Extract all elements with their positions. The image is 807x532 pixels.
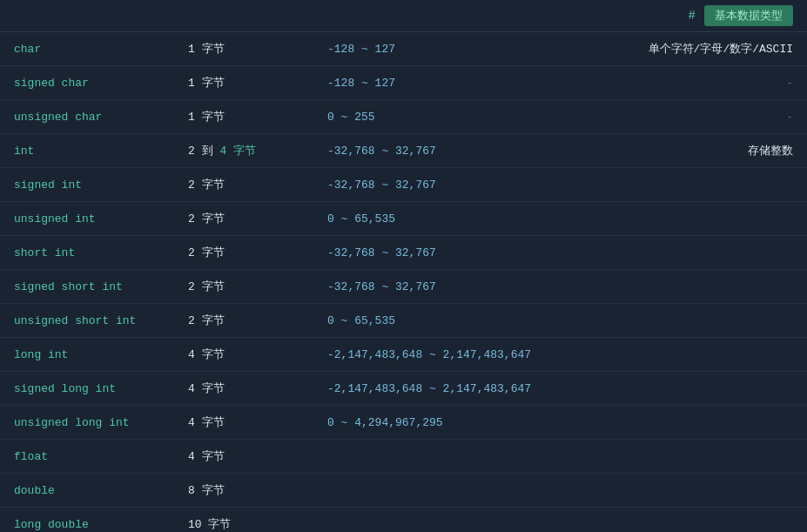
range-cell: -128 ~ 127: [313, 32, 609, 66]
type-cell: unsigned long int: [0, 406, 174, 440]
type-cell: double: [0, 474, 174, 508]
note-cell: 存储整数: [609, 134, 807, 168]
type-cell: signed int: [0, 168, 174, 202]
type-cell: long double: [0, 508, 174, 533]
table-row: unsigned short int2 字节0 ~ 65,535: [0, 304, 807, 338]
note-cell: [609, 236, 807, 270]
size-cell: 2 字节: [174, 236, 313, 270]
type-cell: unsigned short int: [0, 304, 174, 338]
table-row: short int2 字节-32,768 ~ 32,767: [0, 236, 807, 270]
note-cell: [609, 372, 807, 406]
note-cell: [609, 338, 807, 372]
range-cell: 0 ~ 65,535: [313, 202, 609, 236]
table-row: signed char1 字节-128 ~ 127-: [0, 66, 807, 100]
note-cell: [609, 440, 807, 474]
table-row: double8 字节: [0, 474, 807, 508]
note-cell: [609, 406, 807, 440]
size-cell: 4 字节: [174, 406, 313, 440]
type-cell: char: [0, 32, 174, 66]
header-title-badge: 基本数据类型: [704, 5, 793, 26]
size-cell: 4 字节: [174, 338, 313, 372]
table-row: long double10 字节: [0, 508, 807, 533]
type-cell: long int: [0, 338, 174, 372]
type-cell: int: [0, 134, 174, 168]
range-cell: 0 ~ 65,535: [313, 304, 609, 338]
type-cell: unsigned int: [0, 202, 174, 236]
table-row: unsigned int2 字节0 ~ 65,535: [0, 202, 807, 236]
table-row: signed short int2 字节-32,768 ~ 32,767: [0, 270, 807, 304]
size-cell: 1 字节: [174, 32, 313, 66]
table-row: char1 字节-128 ~ 127单个字符/字母/数字/ASCII: [0, 32, 807, 66]
range-cell: [313, 474, 609, 508]
range-cell: [313, 508, 609, 533]
header-hash: #: [689, 9, 696, 23]
size-cell: 10 字节: [174, 508, 313, 533]
range-cell: -32,768 ~ 32,767: [313, 270, 609, 304]
note-cell: [609, 508, 807, 533]
range-cell: -32,768 ~ 32,767: [313, 134, 609, 168]
range-cell: 0 ~ 4,294,967,295: [313, 406, 609, 440]
note-cell: -: [609, 66, 807, 100]
range-cell: -2,147,483,648 ~ 2,147,483,647: [313, 338, 609, 372]
table-row: float4 字节: [0, 440, 807, 474]
type-cell: short int: [0, 236, 174, 270]
data-table: char1 字节-128 ~ 127单个字符/字母/数字/ASCIIsigned…: [0, 32, 807, 532]
type-cell: signed char: [0, 66, 174, 100]
note-cell: [609, 202, 807, 236]
header-bar: # 基本数据类型: [0, 0, 807, 32]
size-cell: 1 字节: [174, 100, 313, 134]
size-cell: 4 字节: [174, 372, 313, 406]
table-row: int2 到 4 字节-32,768 ~ 32,767存储整数: [0, 134, 807, 168]
table-row: signed long int4 字节-2,147,483,648 ~ 2,14…: [0, 372, 807, 406]
type-cell: float: [0, 440, 174, 474]
size-cell: 1 字节: [174, 66, 313, 100]
range-cell: 0 ~ 255: [313, 100, 609, 134]
range-cell: -32,768 ~ 32,767: [313, 168, 609, 202]
size-cell: 2 字节: [174, 168, 313, 202]
size-cell: 2 字节: [174, 270, 313, 304]
note-cell: 单个字符/字母/数字/ASCII: [609, 32, 807, 66]
table-row: unsigned long int4 字节0 ~ 4,294,967,295: [0, 406, 807, 440]
note-cell: [609, 474, 807, 508]
range-cell: -2,147,483,648 ~ 2,147,483,647: [313, 372, 609, 406]
size-cell: 2 字节: [174, 304, 313, 338]
table-row: long int4 字节-2,147,483,648 ~ 2,147,483,6…: [0, 338, 807, 372]
size-cell: 2 字节: [174, 202, 313, 236]
note-cell: [609, 168, 807, 202]
type-cell: unsigned char: [0, 100, 174, 134]
size-cell: 4 字节: [174, 440, 313, 474]
type-cell: signed short int: [0, 270, 174, 304]
table-row: unsigned char1 字节0 ~ 255-: [0, 100, 807, 134]
table-row: signed int2 字节-32,768 ~ 32,767: [0, 168, 807, 202]
range-cell: [313, 440, 609, 474]
note-cell: [609, 304, 807, 338]
note-cell: [609, 270, 807, 304]
range-cell: -32,768 ~ 32,767: [313, 236, 609, 270]
size-cell: 2 到 4 字节: [174, 134, 313, 168]
note-cell: -: [609, 100, 807, 134]
range-cell: -128 ~ 127: [313, 66, 609, 100]
size-cell: 8 字节: [174, 474, 313, 508]
type-cell: signed long int: [0, 372, 174, 406]
